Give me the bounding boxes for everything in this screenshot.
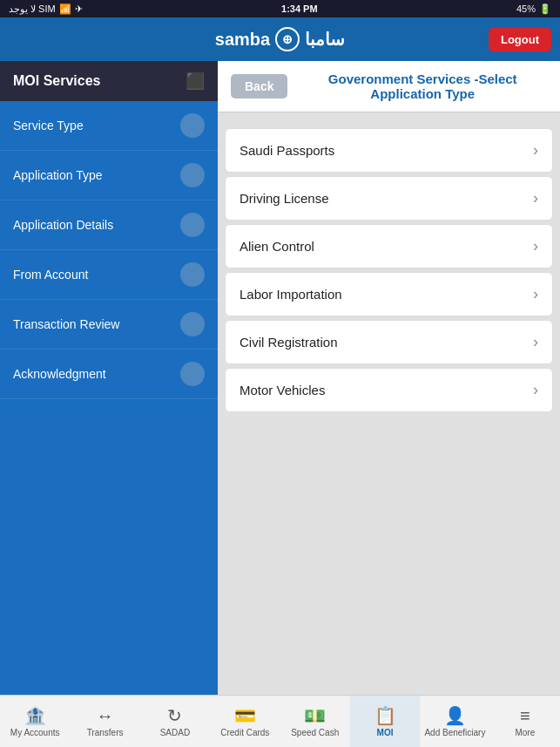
tab-my-accounts[interactable]: 🏦 My Accounts [0, 696, 70, 747]
tab-transfers[interactable]: ↔ Transfers [70, 696, 139, 747]
logo-arabic: سامبا [305, 29, 345, 50]
tab-sadad[interactable]: ↻ SADAD [140, 696, 210, 747]
tab-label: Speed Cash [291, 728, 339, 737]
sidebar-item-indicator [180, 163, 205, 187]
chevron-right-icon: › [533, 189, 538, 207]
menu-item-civil-registration[interactable]: Civil Registration › [225, 320, 553, 364]
status-carrier: لا يوجد SIM 📶 ✈ [9, 3, 83, 15]
sidebar-item-label: Application Details [13, 218, 113, 232]
sidebar-item-indicator [180, 312, 205, 336]
tab-label: MOI [377, 728, 394, 737]
tab-credit-cards[interactable]: 💳 Credit Cards [210, 696, 280, 747]
sidebar-item-acknowledgment[interactable]: Acknowledgment [0, 350, 218, 399]
sidebar-item-service-type[interactable]: Service Type [0, 101, 218, 151]
tab-moi[interactable]: 📋 MOI [350, 696, 420, 747]
sidebar-item-label: Transaction Review [13, 317, 119, 331]
tab-label: My Accounts [10, 728, 60, 737]
menu-item-labor-importation[interactable]: Labor Importation › [225, 272, 553, 316]
header-logo: samba ⊕ سامبا [215, 27, 345, 51]
sidebar: MOI Services ⬛ Service Type Application … [0, 61, 218, 695]
my-accounts-icon: 🏦 [24, 705, 46, 726]
logo-text: samba [215, 30, 270, 50]
credit-cards-icon: 💳 [234, 705, 256, 726]
tab-label: Add Beneficiary [424, 728, 485, 737]
menu-item-label: Driving License [240, 191, 329, 206]
tab-bar: 🏦 My Accounts ↔ Transfers ↻ SADAD 💳 Cred… [0, 695, 560, 747]
status-bar: لا يوجد SIM 📶 ✈ 1:34 PM 45% 🔋 [0, 0, 560, 17]
content-title: Goveronment Services -Select Application… [298, 71, 547, 101]
sidebar-item-from-account[interactable]: From Account [0, 250, 218, 300]
sidebar-item-application-type[interactable]: Application Type [0, 151, 218, 200]
content-header: Back Goveronment Services -Select Applic… [218, 61, 560, 112]
menu-item-label: Saudi Passports [240, 143, 334, 158]
sidebar-title: MOI Services [13, 73, 101, 89]
menu-item-motor-vehicles[interactable]: Motor Vehicles › [225, 368, 553, 412]
content-body: Saudi Passports › Driving License › Alie… [218, 112, 560, 695]
sidebar-item-application-details[interactable]: Application Details [0, 200, 218, 250]
status-time: 1:34 PM [281, 3, 318, 14]
app-header: samba ⊕ سامبا Logout [0, 17, 560, 61]
tab-add-beneficiary[interactable]: 👤 Add Beneficiary [420, 696, 489, 747]
menu-list: Saudi Passports › Driving License › Alie… [218, 118, 560, 423]
tab-label: Credit Cards [220, 728, 269, 737]
status-battery: 45% 🔋 [516, 3, 551, 15]
tab-speed-cash[interactable]: 💵 Speed Cash [280, 696, 350, 747]
menu-item-label: Alien Control [240, 239, 314, 254]
sidebar-item-transaction-review[interactable]: Transaction Review [0, 300, 218, 350]
menu-item-saudi-passports[interactable]: Saudi Passports › [225, 128, 553, 173]
sidebar-header-icon: ⬛ [186, 71, 205, 91]
sidebar-item-label: Acknowledgment [13, 367, 106, 381]
chevron-right-icon: › [533, 381, 538, 399]
chevron-right-icon: › [533, 141, 538, 160]
menu-item-label: Motor Vehicles [240, 383, 325, 397]
sadad-icon: ↻ [167, 705, 182, 726]
menu-item-driving-license[interactable]: Driving License › [225, 176, 553, 221]
back-button[interactable]: Back [231, 74, 287, 98]
sidebar-item-indicator [180, 113, 205, 138]
tab-label: SADAD [160, 728, 190, 737]
more-icon: ≡ [520, 706, 530, 726]
tab-label: Transfers [87, 728, 124, 737]
logout-button[interactable]: Logout [489, 28, 551, 51]
menu-item-alien-control[interactable]: Alien Control › [225, 224, 553, 268]
chevron-right-icon: › [533, 285, 538, 303]
tab-label: More [515, 728, 535, 737]
speed-cash-icon: 💵 [304, 705, 326, 726]
sidebar-item-label: Service Type [13, 119, 84, 132]
sidebar-header: MOI Services ⬛ [0, 61, 218, 101]
sidebar-item-indicator [180, 262, 205, 287]
sidebar-item-label: From Account [13, 268, 88, 282]
moi-icon: 📋 [374, 705, 396, 726]
sidebar-item-indicator [180, 213, 205, 237]
chevron-right-icon: › [533, 333, 538, 351]
logo-icon: ⊕ [275, 27, 300, 51]
add-beneficiary-icon: 👤 [444, 705, 466, 726]
menu-item-label: Civil Registration [240, 335, 338, 350]
chevron-right-icon: › [533, 237, 538, 255]
tab-more[interactable]: ≡ More [490, 696, 560, 747]
transfers-icon: ↔ [97, 706, 114, 726]
sidebar-item-label: Application Type [13, 168, 102, 182]
main-layout: MOI Services ⬛ Service Type Application … [0, 61, 560, 695]
menu-item-label: Labor Importation [240, 287, 342, 302]
sidebar-item-indicator [180, 362, 205, 386]
content-area: Back Goveronment Services -Select Applic… [218, 61, 560, 695]
